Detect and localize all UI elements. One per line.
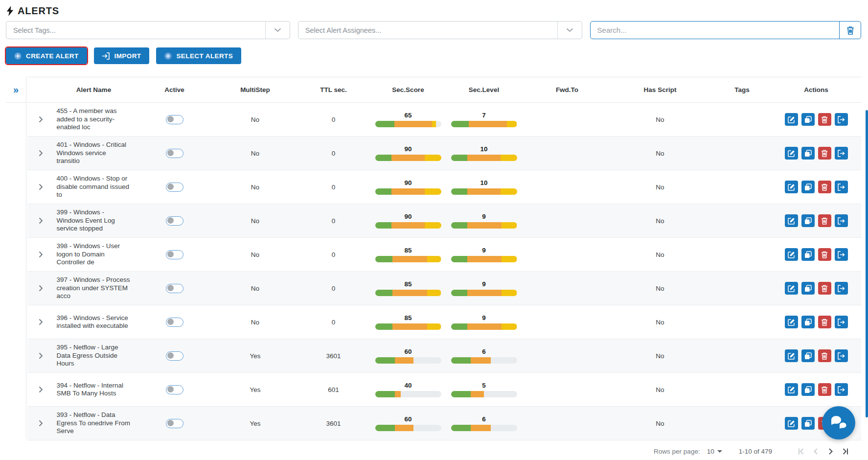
chat-button[interactable]	[822, 406, 855, 439]
active-toggle[interactable]	[166, 284, 183, 293]
sec-level-cell: 10	[445, 145, 523, 161]
export-alert-button[interactable]	[835, 113, 848, 126]
delete-alert-button[interactable]	[818, 282, 831, 295]
delete-alert-button[interactable]	[818, 147, 831, 160]
assignees-select[interactable]: Select Alert Assignees...	[298, 21, 582, 39]
filter-bar: Select Tags... Select Alert Assignees...	[6, 21, 861, 39]
export-alert-button[interactable]	[835, 147, 848, 160]
duplicate-alert-button[interactable]	[801, 147, 815, 160]
copy-icon	[804, 116, 812, 123]
scrollbar-thumb[interactable]	[866, 110, 868, 417]
delete-alert-button[interactable]	[818, 383, 831, 396]
export-alert-button[interactable]	[835, 349, 848, 362]
sec-score-cell: 85	[371, 247, 445, 262]
expand-row-icon[interactable]	[37, 116, 44, 123]
has-script-cell: No	[611, 386, 709, 393]
expand-row-icon[interactable]	[37, 352, 44, 359]
export-alert-button[interactable]	[835, 383, 848, 396]
export-alert-button[interactable]	[835, 248, 848, 261]
alert-name-cell: 395 - Netflow - Large Data Egress Outsid…	[53, 344, 134, 368]
assignees-select-caret[interactable]	[557, 22, 582, 39]
export-alert-button[interactable]	[835, 316, 848, 328]
edit-alert-button[interactable]	[785, 417, 798, 430]
active-cell	[134, 149, 215, 158]
table-row: 399 - Windows - Windows Event Log servic…	[27, 204, 861, 238]
duplicate-alert-button[interactable]	[801, 282, 815, 295]
edit-alert-button[interactable]	[785, 349, 798, 362]
duplicate-alert-button[interactable]	[801, 214, 815, 227]
delete-alert-button[interactable]	[818, 248, 831, 261]
tags-select[interactable]: Select Tags...	[6, 21, 290, 39]
expand-row-icon[interactable]	[37, 251, 44, 258]
export-icon	[837, 251, 845, 258]
active-toggle[interactable]	[166, 115, 183, 124]
expand-row-icon[interactable]	[37, 184, 44, 190]
active-toggle[interactable]	[166, 318, 183, 327]
active-toggle[interactable]	[166, 351, 183, 361]
expand-row-icon[interactable]	[37, 150, 44, 157]
export-alert-button[interactable]	[835, 282, 848, 295]
column-header-tags: Tags	[709, 86, 775, 93]
edit-alert-button[interactable]	[785, 214, 798, 227]
delete-alert-button[interactable]	[818, 113, 831, 126]
export-alert-button[interactable]	[835, 214, 848, 227]
duplicate-alert-button[interactable]	[801, 349, 815, 362]
delete-alert-button[interactable]	[818, 214, 831, 227]
expand-row-icon[interactable]	[37, 386, 44, 393]
pagination-bar: Rows per page: 10 1-10 of 479	[27, 440, 861, 460]
sec-score-gauge: 90	[375, 145, 441, 161]
chevron-down-icon	[566, 28, 573, 32]
export-alert-button[interactable]	[835, 181, 848, 193]
first-page-button[interactable]	[794, 444, 808, 459]
active-toggle[interactable]	[166, 149, 183, 158]
plus-circle-icon	[164, 52, 172, 60]
edit-alert-button[interactable]	[785, 147, 798, 160]
active-toggle[interactable]	[166, 183, 183, 192]
active-toggle[interactable]	[166, 419, 183, 428]
create-alert-button[interactable]: CREATE ALERT	[6, 47, 87, 64]
select-alerts-button[interactable]: SELECT ALERTS	[156, 47, 241, 64]
delete-alert-button[interactable]	[818, 316, 831, 328]
duplicate-alert-button[interactable]	[801, 181, 815, 193]
expand-row-cell	[27, 217, 53, 224]
sec-level-cell: 9	[445, 247, 523, 262]
clear-search-button[interactable]	[839, 22, 861, 39]
expand-row-icon[interactable]	[37, 285, 44, 292]
expand-row-icon[interactable]	[37, 217, 44, 224]
active-toggle[interactable]	[166, 385, 183, 394]
alert-name: 397 - Windows - Process creation under S…	[57, 276, 131, 300]
edit-alert-button[interactable]	[785, 113, 798, 126]
edit-alert-button[interactable]	[785, 181, 798, 193]
delete-alert-button[interactable]	[818, 181, 831, 193]
previous-page-button[interactable]	[808, 444, 823, 459]
last-page-button[interactable]	[838, 444, 852, 459]
duplicate-alert-button[interactable]	[801, 113, 815, 126]
rows-per-page-label: Rows per page:	[654, 448, 700, 455]
edit-alert-button[interactable]	[785, 248, 798, 261]
duplicate-alert-button[interactable]	[801, 417, 815, 430]
table-row: 393 - Netflow - Data Egress To onedrive …	[27, 407, 861, 440]
edit-alert-button[interactable]	[785, 282, 798, 295]
expand-sidebar-button[interactable]: »	[6, 77, 26, 103]
duplicate-alert-button[interactable]	[801, 383, 815, 396]
expand-row-icon[interactable]	[37, 420, 44, 427]
next-page-button[interactable]	[823, 444, 838, 459]
sec-level-value: 9	[482, 280, 486, 288]
rows-per-page-select[interactable]: 10	[707, 448, 722, 455]
search-input[interactable]	[591, 26, 839, 34]
import-button[interactable]: IMPORT	[94, 47, 150, 64]
sec-score-gauge: 85	[375, 247, 441, 262]
sec-score-value: 90	[404, 145, 411, 153]
table-row: 395 - Netflow - Large Data Egress Outsid…	[27, 339, 861, 373]
duplicate-alert-button[interactable]	[801, 248, 815, 261]
active-toggle[interactable]	[166, 250, 183, 259]
duplicate-alert-button[interactable]	[801, 316, 815, 328]
edit-alert-button[interactable]	[785, 383, 798, 396]
expand-row-icon[interactable]	[37, 319, 44, 325]
tags-select-caret[interactable]	[265, 22, 290, 39]
active-toggle[interactable]	[166, 216, 183, 226]
import-icon	[102, 52, 110, 60]
sec-level-gauge: 10	[451, 145, 517, 161]
edit-alert-button[interactable]	[785, 316, 798, 328]
delete-alert-button[interactable]	[818, 349, 831, 362]
